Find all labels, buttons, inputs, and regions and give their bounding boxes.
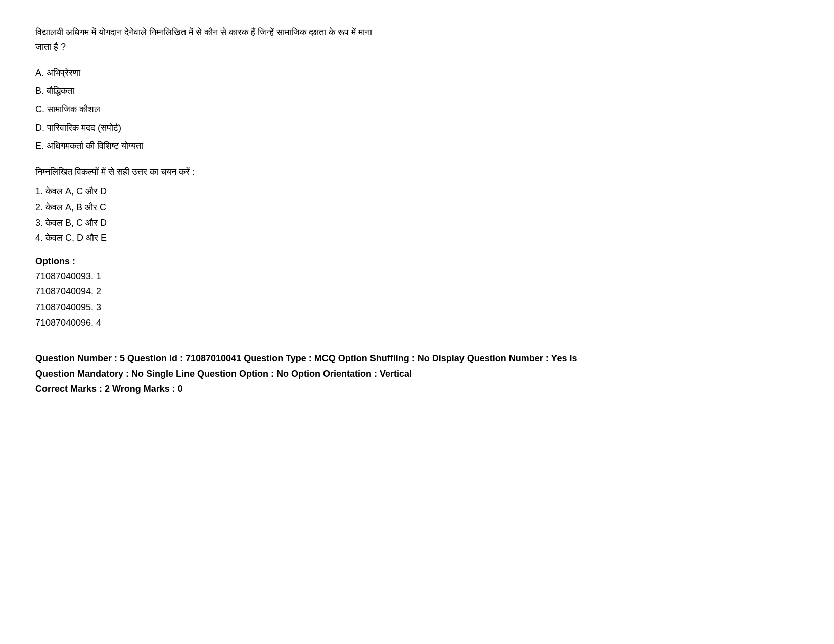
question-container: विद्यालयी अधिगम में योगदान देनेवाले निम्… (35, 25, 799, 397)
answer-option-3-text: केवल B, C और D (45, 218, 107, 228)
option-c-label: C. (35, 104, 47, 114)
answer-option-2-text: केवल A, B और C (45, 202, 106, 212)
option-a-label: A. (35, 68, 47, 78)
question-text: विद्यालयी अधिगम में योगदान देनेवाले निम्… (35, 25, 799, 55)
meta-info: Question Number : 5 Question Id : 710870… (35, 351, 799, 397)
answer-option-3: 3. केवल B, C और D (35, 215, 799, 231)
meta-line2: Question Mandatory : No Single Line Ques… (35, 366, 799, 382)
answer-option-1-num: 1. (35, 186, 45, 196)
option-codes: 71087040093. 1 71087040094. 2 7108704009… (35, 269, 799, 330)
meta-line3: Correct Marks : 2 Wrong Marks : 0 (35, 381, 799, 397)
option-d-label: D. (35, 123, 47, 133)
option-b: B. बौद्धिकता (35, 83, 799, 99)
question-options: A. अभिप्रेरणा B. बौद्धिकता C. सामाजिक कौ… (35, 65, 799, 155)
option-code-4: 71087040096. 4 (35, 315, 799, 331)
option-d: D. पारिवारिक मदद (सपोर्ट) (35, 120, 799, 136)
answer-option-1: 1. केवल A, C और D (35, 184, 799, 200)
option-e-label: E. (35, 141, 47, 151)
option-c-text: सामाजिक कौशल (47, 104, 100, 114)
option-code-3: 71087040095. 3 (35, 300, 799, 315)
question-line1: विद्यालयी अधिगम में योगदान देनेवाले निम्… (35, 27, 372, 37)
option-e-text: अधिगमकर्ता की विशिष्ट योग्यता (47, 141, 143, 151)
answer-option-4: 4. केवल C, D और E (35, 230, 799, 246)
answer-option-4-num: 4. (35, 233, 45, 243)
answer-option-1-text: केवल A, C और D (45, 186, 107, 196)
answer-option-2-num: 2. (35, 202, 45, 212)
question-line2: जाता है ? (35, 42, 66, 52)
answer-options: 1. केवल A, C और D 2. केवल A, B और C 3. क… (35, 184, 799, 245)
option-code-1: 71087040093. 1 (35, 269, 799, 284)
select-instruction: निम्नलिखित विकल्पों में से सही उत्तर का … (35, 165, 799, 179)
answer-option-2: 2. केवल A, B और C (35, 200, 799, 215)
option-c: C. सामाजिक कौशल (35, 101, 799, 117)
option-code-2: 71087040094. 2 (35, 284, 799, 300)
option-e: E. अधिगमकर्ता की विशिष्ट योग्यता (35, 138, 799, 154)
option-a: A. अभिप्रेरणा (35, 65, 799, 81)
option-d-text: पारिवारिक मदद (सपोर्ट) (47, 123, 121, 133)
option-a-text: अभिप्रेरणा (47, 68, 80, 78)
option-b-label: B. (35, 86, 47, 96)
option-b-text: बौद्धिकता (47, 86, 74, 96)
meta-line1: Question Number : 5 Question Id : 710870… (35, 351, 799, 366)
answer-option-3-num: 3. (35, 218, 45, 228)
options-label: Options : (35, 256, 799, 267)
answer-option-4-text: केवल C, D और E (45, 233, 107, 243)
